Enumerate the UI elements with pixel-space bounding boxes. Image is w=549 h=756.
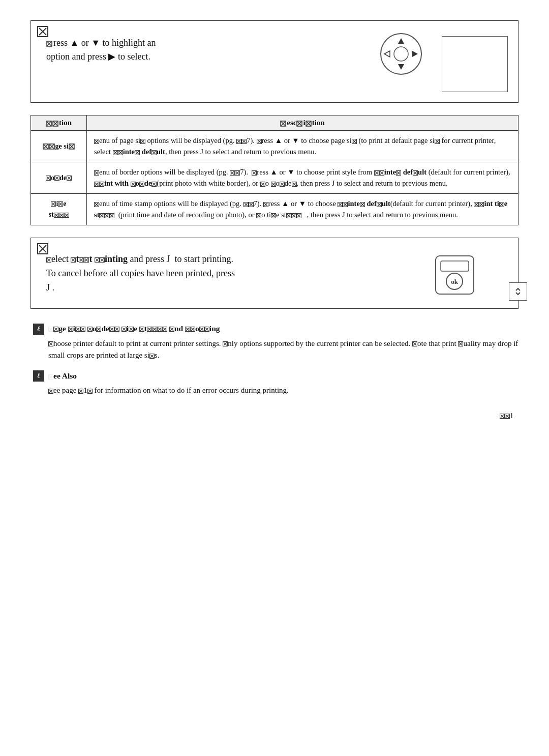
section-1-line2: option and press ▶ to select. [46,51,150,62]
note-1-title: ge i ode ie t nd oing [48,323,220,334]
see-also-section: ℓ ee Also ee page 1 for information on w… [30,370,518,396]
table-header-option: tion [31,115,87,131]
note-1-icon: ℓ [33,324,44,335]
section-2-text: elect tt inting and press J to start pri… [41,252,421,295]
section-2-marker [37,243,48,257]
section-1-box: ress ▲ or ▼ to highlight an option and p… [30,20,518,103]
section-1-line1: ress ▲ or ▼ to highlight an [46,38,156,48]
section-1-image-box [442,36,508,92]
note-1-header: ℓ ge i ode ie t nd oing [33,323,518,335]
row2-description: enu of border options will be displayed … [87,162,518,193]
see-also-body: ee page 1 for information on what to do … [48,385,518,396]
page-number: 1 [30,412,518,420]
table-header-description: escition [87,115,518,131]
svg-marker-9 [398,64,404,70]
dpad-image [376,31,426,77]
svg-marker-11 [412,51,418,57]
ok-button-image: ok [432,252,477,298]
svg-text:ok: ok [451,278,459,285]
section-1-marker [37,26,48,40]
row1-option: ge si [31,131,87,162]
note-section-1: ℓ ge i ode ie t nd oing hoose printer de… [30,323,518,362]
section-1-text: ress ▲ or ▼ to highlight an option and p… [41,31,360,64]
row1-description: enu of page si options will be displayed… [87,131,518,162]
scroll-icon [509,282,527,301]
svg-marker-10 [384,51,390,57]
table-row: ge si enu of page si options will be dis… [31,131,518,162]
see-also-header: ℓ ee Also [33,370,518,382]
row2-option: ode [31,162,87,193]
svg-point-7 [394,47,408,61]
row3-description: enu of time stamp options will be displa… [87,193,518,225]
svg-rect-223 [441,261,469,271]
section-2-box: elect tt inting and press J to start pri… [30,238,518,309]
see-also-icon: ℓ [33,370,44,382]
svg-marker-8 [398,38,404,44]
note-1-body: hoose printer default to print at curren… [48,338,518,362]
table-row: iest enu of time stamp options will be d… [31,193,518,225]
table-row: ode enu of border options will be displa… [31,162,518,193]
see-also-title: ee Also [48,371,77,381]
row3-option: iest [31,193,87,225]
options-table: tion escition ge si enu of page si optio… [30,115,518,225]
